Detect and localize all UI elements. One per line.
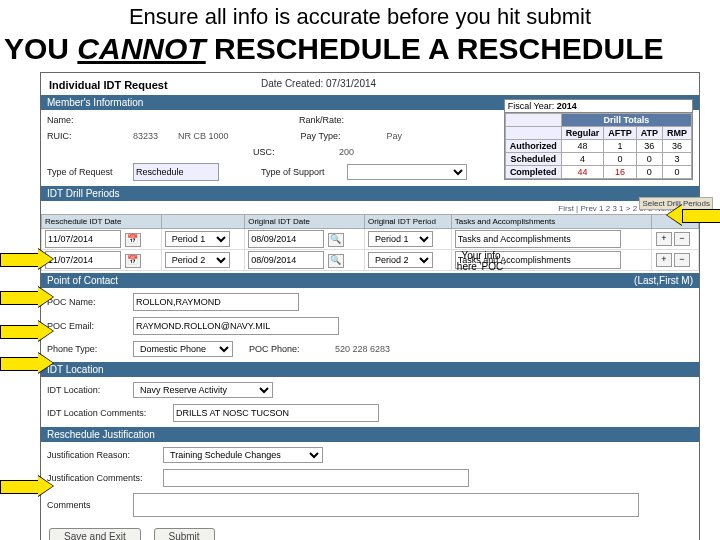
arrow-icon [660, 204, 720, 226]
arrow-icon [0, 475, 60, 497]
search-icon[interactable]: 🔍 [328, 254, 344, 268]
orig-period[interactable]: Period 2 [368, 252, 433, 268]
add-icon[interactable]: + [656, 253, 672, 267]
date-created: Date Created: 07/31/2014 [261, 78, 376, 89]
type-of-support[interactable] [347, 164, 467, 180]
remove-icon[interactable]: − [674, 232, 690, 246]
search-icon[interactable]: 🔍 [328, 233, 344, 247]
remove-icon[interactable]: − [674, 253, 690, 267]
pager[interactable]: First | Prev 1 2 3 1 > 2 of 2 Next | Las… [41, 203, 699, 214]
table-row: 📅 Period 1 🔍 Period 1 +− [42, 229, 699, 250]
arrow-icon [0, 248, 60, 270]
period-select[interactable]: Period 2 [165, 252, 230, 268]
section-location: IDT Location [41, 362, 699, 377]
add-icon[interactable]: + [656, 232, 672, 246]
calendar-icon[interactable]: 📅 [125, 233, 141, 247]
section-poc: Point of Contact(Last,First M) [41, 273, 699, 288]
arrow-icon [0, 286, 60, 308]
period-select[interactable]: Period 1 [165, 231, 230, 247]
idt-location[interactable]: Navy Reserve Activity [133, 382, 273, 398]
arrow-icon [0, 352, 60, 374]
tasks-field[interactable] [455, 230, 621, 248]
justification-comments[interactable] [163, 469, 469, 487]
poc-email[interactable] [133, 317, 339, 335]
poc-name[interactable] [133, 293, 299, 311]
instruction: Ensure all info is accurate before you h… [0, 4, 720, 30]
phone-type[interactable]: Domestic Phone [133, 341, 233, 357]
callout-poc: Your info here 'POC' [452, 250, 510, 272]
form-frame: Individual IDT Request Date Created: 07/… [40, 72, 700, 540]
drill-totals: Fiscal Year: 2014 Drill Totals RegularAF… [504, 99, 693, 180]
save-exit-button[interactable]: Save and Exit [49, 528, 141, 540]
location-comments[interactable] [173, 404, 379, 422]
type-of-request[interactable] [133, 163, 219, 181]
orig-date[interactable] [248, 230, 324, 248]
orig-date[interactable] [248, 251, 324, 269]
submit-button[interactable]: Submit [154, 528, 215, 540]
section-justification: Reschedule Justification [41, 427, 699, 442]
section-drill: IDT Drill Periods [41, 186, 699, 201]
calendar-icon[interactable]: 📅 [125, 254, 141, 268]
table-row: 📅 Period 2 🔍 Period 2 +− [42, 250, 699, 271]
orig-period[interactable]: Period 1 [368, 231, 433, 247]
justification-reason[interactable]: Training Schedule Changes [163, 447, 323, 463]
arrow-icon [0, 320, 60, 342]
comments[interactable] [133, 493, 639, 517]
warning: YOU CANNOT RESCHEDULE A RESCHEDULE [4, 32, 720, 66]
resched-date[interactable] [45, 230, 121, 248]
drill-table: Reschedule IDT DateOriginal IDT DateOrig… [41, 214, 699, 271]
